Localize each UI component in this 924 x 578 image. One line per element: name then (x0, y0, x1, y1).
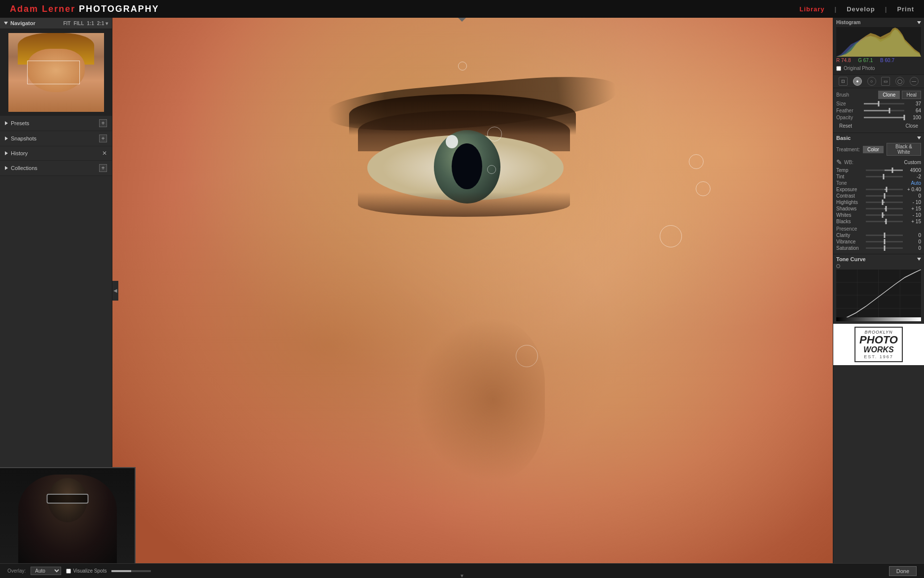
right-panel-scroll[interactable]: Histogram R 74.8 G 67.1 B 60.7 (833, 18, 924, 563)
highlights-label: Highlights (836, 200, 863, 205)
exposure-row: Exposure + 0.40 (836, 187, 921, 192)
presets-row[interactable]: Presets + (0, 116, 112, 131)
snapshots-row[interactable]: Snapshots + (0, 131, 112, 146)
spot-removal-tool[interactable]: ● (853, 77, 862, 86)
zoom-fill[interactable]: FILL (73, 21, 84, 26)
clarity-row: Clarity 0 (836, 233, 921, 238)
zoom-2to1[interactable]: 2:1 ▾ (97, 21, 108, 26)
nav-develop[interactable]: Develop (847, 5, 875, 13)
saturation-slider[interactable] (866, 247, 903, 249)
size-value: 37 (907, 101, 921, 106)
highlights-value: - 10 (905, 200, 921, 205)
bottom-arrow-area: ▼ (455, 573, 469, 578)
topbar: Adam Lerner PHOTOGRAPHY Library | Develo… (0, 0, 924, 18)
wb-row: ✎ WB: Custom (836, 158, 921, 166)
tint-slider[interactable] (866, 176, 903, 177)
blacks-row: Blacks + 15 (836, 219, 921, 224)
logo-first: Adam (10, 4, 38, 14)
overlay-select[interactable]: Auto Always Never (31, 567, 61, 575)
feather-label: Feather (836, 108, 861, 113)
bw-treatment-btn[interactable]: Black & White (887, 143, 921, 156)
logo-last: Lerner (42, 4, 75, 14)
visualize-spots-checkbox[interactable] (66, 569, 71, 574)
logo: Adam Lerner PHOTOGRAPHY (10, 4, 159, 14)
presets-collapse-icon (5, 121, 8, 125)
tint-row: Tint -2 (836, 174, 921, 179)
opacity-slider[interactable] (864, 117, 904, 118)
presets-label: Presets (11, 120, 29, 126)
feather-slider[interactable] (864, 110, 904, 111)
webcam-overlay: ✕ (0, 467, 136, 563)
basic-collapse-icon (917, 136, 921, 139)
wb-eyedropper-icon[interactable]: ✎ (836, 158, 842, 166)
treatment-row: Treatment: Color Black & White (836, 143, 921, 156)
navigator-preview (0, 29, 112, 116)
contrast-label: Contrast (836, 193, 863, 199)
done-button[interactable]: Done (889, 566, 917, 576)
zoom-fit[interactable]: FIT (63, 21, 71, 26)
close-btn[interactable]: Close (905, 123, 918, 129)
tone-curve-title: Tone Curve (836, 256, 866, 262)
heal-btn[interactable]: Heal (902, 91, 921, 99)
contrast-slider[interactable] (866, 195, 903, 197)
vibrance-slider[interactable] (866, 241, 903, 242)
presets-add-btn[interactable]: + (99, 119, 107, 127)
navigator-header[interactable]: Navigator FIT FILL 1:1 2:1 ▾ (0, 18, 112, 29)
presence-label: Presence (836, 226, 857, 232)
history-close-btn[interactable]: ✕ (102, 150, 107, 157)
main-photo (112, 18, 833, 563)
bottom-bar: Overlay: Auto Always Never Visualize Spo… (0, 563, 924, 578)
tone-curve-graph[interactable] (836, 270, 921, 321)
tone-curve-point-dot (836, 264, 840, 268)
wb-label: WB: (844, 160, 861, 165)
adjustment-tool[interactable]: — (910, 77, 919, 86)
brooklyn-logo: BROOKLYN PHOTO WORKS EST. 1967 (852, 324, 906, 365)
svg-rect-9 (836, 317, 921, 321)
progress-track (111, 570, 151, 572)
shadows-slider[interactable] (866, 208, 903, 209)
brush-type-buttons: Clone Heal (878, 91, 921, 99)
nav-print[interactable]: Print (897, 5, 914, 13)
whites-slider[interactable] (866, 214, 903, 216)
collections-label: Collections (11, 165, 37, 171)
navigator-label: Navigator (10, 20, 36, 26)
color-treatment-btn[interactable]: Color (863, 146, 884, 153)
size-slider[interactable] (864, 103, 904, 104)
hist-b-value: 60.7 (885, 58, 894, 63)
collections-add-btn[interactable]: + (99, 164, 107, 172)
whites-label: Whites (836, 212, 863, 218)
size-slider-row: Size 37 (836, 101, 921, 106)
tone-label: Tone (836, 180, 847, 186)
clone-btn[interactable]: Clone (878, 91, 900, 99)
left-panel-arrow[interactable]: ◀ (112, 281, 118, 301)
redeye-tool[interactable]: ○ (867, 77, 876, 86)
highlights-slider[interactable] (866, 202, 903, 203)
snapshots-collapse-icon (5, 136, 8, 140)
tone-curve-point-indicator (836, 264, 921, 268)
temp-slider[interactable] (866, 170, 903, 171)
progress-bar (111, 570, 151, 572)
temp-value: 4900 (905, 168, 921, 173)
exposure-slider[interactable] (866, 189, 903, 190)
crop-tool[interactable]: ⊡ (839, 77, 848, 86)
eye-region (343, 94, 646, 258)
gradient-tool[interactable]: ▭ (881, 77, 890, 86)
top-arrow-indicator (458, 18, 466, 22)
zoom-1to1[interactable]: 1:1 (87, 21, 94, 26)
blacks-slider[interactable] (866, 221, 903, 222)
radial-tool[interactable]: ◯ (895, 77, 904, 86)
visualize-spots-control: Visualize Spots (66, 568, 107, 574)
histogram-header: Histogram (836, 20, 921, 25)
history-row[interactable]: History ✕ (0, 146, 112, 161)
reset-btn[interactable]: Reset (839, 123, 852, 129)
collections-row[interactable]: Collections + (0, 161, 112, 176)
brush-mode-row: Brush Clone Heal (836, 91, 921, 99)
tone-auto-btn[interactable]: Auto (911, 180, 921, 186)
tint-label: Tint (836, 174, 863, 179)
nav-crop-rect (27, 61, 80, 84)
snapshots-add-btn[interactable]: + (99, 135, 107, 142)
original-photo-checkbox[interactable] (836, 66, 841, 71)
navigator-collapse-icon (4, 22, 8, 25)
clarity-slider[interactable] (866, 235, 903, 236)
nav-library[interactable]: Library (799, 5, 824, 13)
